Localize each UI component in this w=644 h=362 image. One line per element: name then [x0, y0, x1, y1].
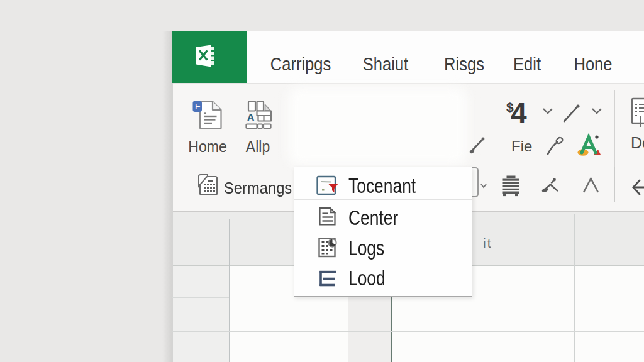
- svg-text:E: E: [195, 102, 201, 111]
- svg-text:A: A: [247, 112, 255, 124]
